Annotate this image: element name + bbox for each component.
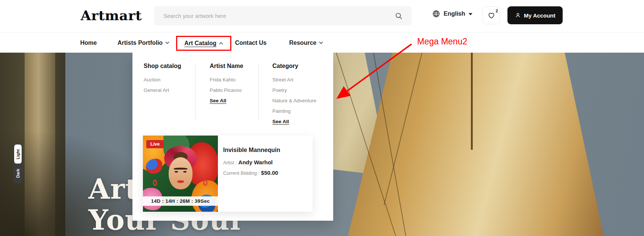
chevron-down-icon (319, 41, 323, 44)
artwork-info: Invisible Mannequin Artist :Andy Warhol … (218, 136, 313, 212)
bidding-value: $50.00 (261, 170, 278, 176)
menu-link-poetry[interactable]: Poetry (272, 87, 316, 93)
language-selector[interactable]: English (432, 10, 472, 18)
column-divider (259, 64, 259, 120)
nav-contact-us-label: Contact Us (235, 40, 266, 46)
nav-item-contact-us[interactable]: Contact Us (235, 32, 266, 53)
main-nav: Home Artists Portfolio Art Catalog Conta… (0, 32, 644, 53)
menu-link-nature-adventure[interactable]: Nature & Adventure (272, 98, 316, 103)
artist-label: Artist : (223, 160, 237, 165)
theme-light-label: Light (16, 149, 20, 159)
search-bar (154, 6, 412, 25)
column-title: Category (272, 63, 316, 69)
artwork-title: Invisible Mannequin (223, 147, 313, 153)
heart-icon (487, 12, 495, 19)
nav-item-artists-portfolio[interactable]: Artists Portfolio (118, 32, 169, 53)
chevron-up-icon (219, 42, 223, 45)
globe-icon (432, 10, 440, 18)
nav-artists-portfolio-label: Artists Portfolio (118, 40, 163, 46)
see-all-artists-link[interactable]: See All (210, 98, 243, 103)
theme-toggle: Light Dark (13, 144, 22, 183)
artwork-portrait-earring (153, 180, 157, 186)
mega-column-category: Category Street Art Poetry Nature & Adve… (272, 63, 316, 124)
theme-dark-label: Dark (16, 168, 20, 177)
menu-link-pablo-picasso[interactable]: Pablo Picasso (210, 87, 243, 93)
language-label: English (444, 10, 465, 17)
column-title: Shop catalog (144, 63, 181, 69)
bidding-label: Current Bidding : (223, 170, 260, 176)
chevron-down-icon (165, 41, 169, 44)
nav-home-label: Home (80, 40, 97, 46)
my-account-label: My Account (524, 12, 555, 19)
artwork-portrait-eye (175, 171, 178, 173)
mega-column-artist-name: Artist Name Frida Kahlo Pablo Picasso Se… (210, 63, 243, 103)
artmart-page: Art T Your Soul Light Dark Artmart Engli… (0, 0, 644, 236)
caret-down-icon (469, 13, 472, 15)
mega-menu-panel: Shop catalog Auction General Art Artist … (132, 53, 333, 221)
nav-item-art-catalog[interactable]: Art Catalog (176, 36, 231, 51)
artwork-bidding-row: Current Bidding :$50.00 (223, 170, 313, 176)
artwork-bird (146, 159, 162, 174)
menu-link-general-art[interactable]: General Art (144, 87, 181, 93)
artwork-portrait-earring (203, 180, 207, 186)
artist-value: Andy Warhol (238, 159, 273, 165)
search-input[interactable] (154, 6, 395, 25)
column-title: Artist Name (210, 63, 243, 69)
hero-mast (471, 53, 473, 150)
see-all-categories-link[interactable]: See All (272, 119, 316, 124)
my-account-button[interactable]: My Account (507, 6, 563, 24)
artwork-portrait-face (169, 157, 193, 189)
person-icon (515, 12, 521, 18)
artwork-portrait-eye (183, 171, 187, 173)
featured-auction-card[interactable]: Live 14D : 14H : 26M : 39Sec Invisible M… (143, 136, 313, 212)
menu-link-auction[interactable]: Auction (144, 77, 181, 83)
artwork-image: Live 14D : 14H : 26M : 39Sec (143, 136, 218, 212)
nav-resource-label: Resource (289, 40, 316, 46)
annotation-mega-menu2-label: Mega Menu2 (417, 37, 467, 47)
live-badge: Live (146, 140, 164, 148)
column-divider (196, 64, 196, 120)
theme-dark-button[interactable]: Dark (14, 164, 22, 183)
auction-countdown: 14D : 14H : 26M : 39Sec (143, 196, 218, 206)
artwork-artist-row: Artist :Andy Warhol (223, 159, 313, 165)
artwork-portrait-brow (174, 168, 187, 170)
menu-link-street-art[interactable]: Street Art (272, 77, 316, 83)
artwork-portrait-lips (177, 180, 184, 183)
nav-art-catalog-label: Art Catalog (184, 40, 216, 47)
menu-link-frida-kahlo[interactable]: Frida Kahlo (210, 77, 243, 83)
mega-column-shop-catalog: Shop catalog Auction General Art (144, 63, 181, 98)
nav-item-home[interactable]: Home (80, 32, 97, 53)
header: Artmart English 2 (0, 0, 644, 32)
nav-item-resource[interactable]: Resource (289, 32, 323, 53)
search-icon[interactable] (395, 12, 403, 20)
theme-light-button[interactable]: Light (14, 145, 22, 164)
wishlist-count-badge: 2 (495, 9, 498, 13)
menu-link-painting[interactable]: Painting (272, 108, 316, 114)
logo[interactable]: Artmart (81, 7, 142, 23)
wishlist-button[interactable]: 2 (482, 6, 500, 24)
